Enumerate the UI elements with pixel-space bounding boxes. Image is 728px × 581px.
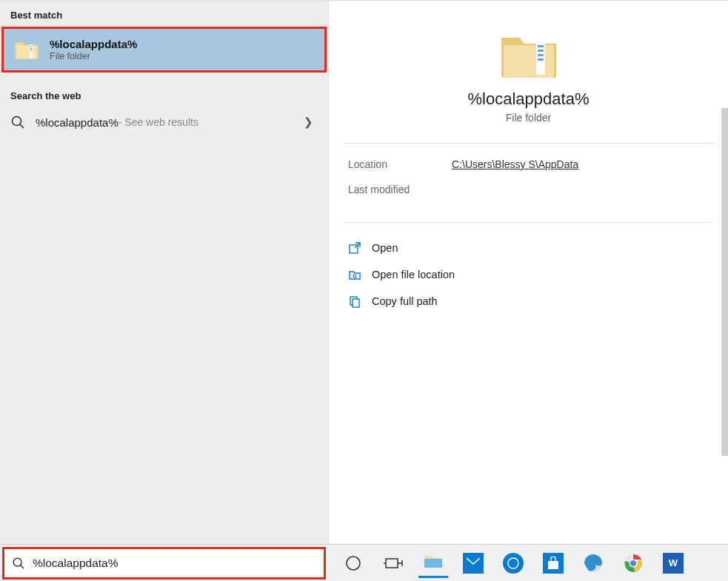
svg-point-13: [353, 275, 356, 278]
search-input[interactable]: [33, 557, 316, 570]
chrome-icon: [624, 554, 643, 573]
folder-icon: [14, 39, 39, 60]
dell-icon: [503, 553, 524, 574]
web-result-sub: - See web results: [118, 116, 198, 128]
svg-rect-15: [353, 299, 359, 307]
svg-rect-19: [386, 559, 398, 568]
open-action[interactable]: Open: [344, 235, 713, 261]
store-icon: [543, 553, 564, 574]
open-file-location-action[interactable]: Open file location: [344, 261, 713, 288]
preview-panel: %localappdata% File folder Location C:\U…: [328, 1, 728, 544]
chrome-button[interactable]: [618, 548, 648, 578]
svg-rect-9: [538, 54, 544, 56]
svg-rect-27: [548, 561, 558, 569]
svg-rect-3: [30, 50, 33, 51]
preview-title: %localappdata%: [329, 90, 728, 109]
best-match-result[interactable]: %localappdata% File folder: [1, 27, 327, 73]
file-explorer-button[interactable]: [418, 548, 448, 578]
actions-section: Open Open file location Copy full path: [329, 223, 728, 326]
search-web-header: Search the web: [0, 81, 328, 107]
cortana-button[interactable]: [338, 548, 368, 578]
word-button[interactable]: W: [658, 548, 688, 578]
svg-line-17: [21, 565, 24, 568]
best-match-title: %localappdata%: [50, 38, 137, 50]
web-result-label: %localappdata%: [36, 116, 118, 129]
open-label: Open: [372, 242, 398, 254]
copy-full-path-action[interactable]: Copy full path: [344, 288, 713, 315]
task-view-icon: [384, 556, 403, 571]
svg-point-16: [13, 558, 21, 566]
search-box[interactable]: [2, 547, 326, 580]
mail-button[interactable]: [458, 548, 488, 578]
location-label: Location: [348, 158, 452, 170]
svg-point-4: [13, 117, 21, 126]
web-result[interactable]: %localappdata% - See web results ❯: [0, 107, 328, 137]
location-value[interactable]: C:\Users\Blessy S\AppData: [452, 158, 578, 170]
svg-point-31: [630, 560, 636, 566]
mail-icon: [463, 553, 484, 574]
search-icon: [12, 557, 25, 570]
svg-rect-1: [30, 46, 33, 47]
task-view-button[interactable]: [378, 548, 408, 578]
last-modified-label: Last modified: [348, 184, 452, 195]
dell-button[interactable]: [498, 548, 528, 578]
svg-rect-2: [30, 48, 33, 49]
svg-rect-10: [538, 58, 544, 61]
svg-point-25: [507, 557, 520, 570]
search-icon: [10, 115, 25, 130]
svg-line-5: [20, 124, 24, 128]
svg-rect-8: [538, 50, 544, 52]
folder-icon: [499, 30, 558, 81]
best-match-text: %localappdata% File folder: [50, 38, 137, 61]
file-explorer-icon: [424, 553, 443, 569]
taskbar: W: [0, 544, 728, 581]
store-button[interactable]: [538, 548, 568, 578]
preview-subtitle: File folder: [329, 112, 728, 124]
svg-rect-23: [424, 559, 442, 568]
svg-point-18: [347, 557, 360, 570]
svg-rect-7: [538, 45, 544, 47]
chevron-right-icon: ❯: [304, 115, 313, 129]
details-section: Location C:\Users\Blessy S\AppData Last …: [329, 144, 728, 222]
edge-button[interactable]: [578, 548, 608, 578]
copy-icon: [348, 295, 361, 308]
edge-icon: [584, 554, 603, 573]
open-icon: [348, 241, 361, 255]
best-match-header: Best match: [0, 1, 328, 27]
folder-location-icon: [348, 268, 361, 281]
best-match-subtitle: File folder: [50, 51, 137, 61]
cortana-icon: [345, 555, 361, 571]
results-panel: Best match %localappdata% File folder Se…: [0, 1, 328, 544]
open-file-location-label: Open file location: [372, 269, 455, 281]
copy-full-path-label: Copy full path: [372, 295, 438, 307]
word-icon: W: [663, 553, 684, 574]
scrollbar[interactable]: [721, 108, 728, 456]
